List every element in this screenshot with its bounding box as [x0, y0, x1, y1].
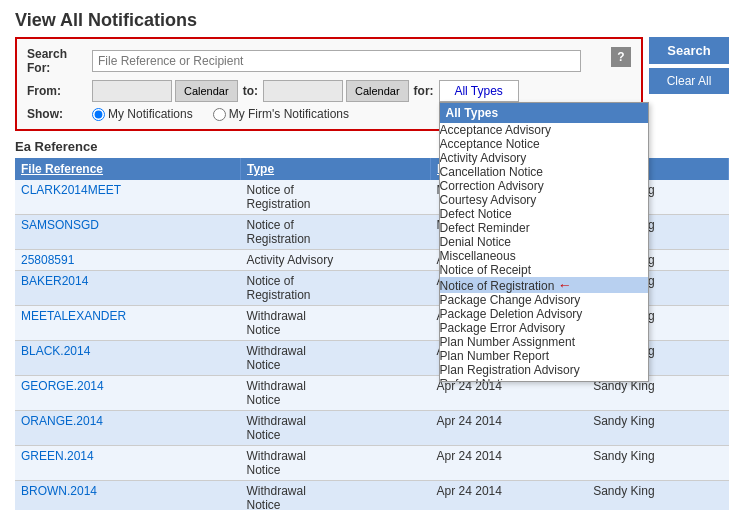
for-label: for: — [414, 84, 434, 98]
file-reference-link[interactable]: BLACK.2014 — [21, 344, 90, 358]
dd-item-plan-number-assignment[interactable]: Plan Number Assignment — [440, 335, 648, 349]
show-label: Show: — [27, 107, 92, 121]
from-label: From: — [27, 84, 92, 98]
file-reference-link[interactable]: BROWN.2014 — [21, 484, 97, 498]
cell-type: Withdrawal Notice — [241, 481, 431, 511]
dd-item-activity-advisory[interactable]: Activity Advisory — [440, 151, 648, 165]
dd-item-plan-number-report[interactable]: Plan Number Report — [440, 349, 648, 363]
dd-item-correction-advisory[interactable]: Correction Advisory — [440, 179, 648, 193]
from-calendar-button[interactable]: Calendar — [175, 80, 238, 102]
type-select-button[interactable]: All Types — [439, 80, 519, 102]
table-row: ORANGE.2014Withdrawal NoticeApr 24 2014S… — [15, 411, 729, 446]
table-row: BROWN.2014Withdrawal NoticeApr 24 2014Sa… — [15, 481, 729, 511]
to-calendar-button[interactable]: Calendar — [346, 80, 409, 102]
dd-item-package-change-advisory[interactable]: Package Change Advisory — [440, 293, 648, 307]
file-reference-link[interactable]: CLARK2014MEET — [21, 183, 121, 197]
page-title: View All Notifications — [0, 0, 744, 37]
cell-file-ref: MEETALEXANDER — [15, 306, 241, 341]
to-label: to: — [243, 84, 258, 98]
cell-file-ref: BLACK.2014 — [15, 341, 241, 376]
help-button[interactable]: ? — [611, 47, 631, 67]
dd-item-package-error-advisory[interactable]: Package Error Advisory — [440, 321, 648, 335]
cell-type: Notice of Registration — [241, 180, 431, 215]
clear-all-button[interactable]: Clear All — [649, 68, 729, 94]
dd-item-defect-reminder[interactable]: Defect Reminder — [440, 221, 648, 235]
cell-type: Withdrawal Notice — [241, 341, 431, 376]
file-reference-sort-link[interactable]: File Reference — [21, 162, 103, 176]
cell-type: Withdrawal Notice — [241, 411, 431, 446]
dd-item-acceptance-notice[interactable]: Acceptance Notice — [440, 137, 648, 151]
file-reference-link[interactable]: ORANGE.2014 — [21, 414, 103, 428]
from-date-input[interactable] — [92, 80, 172, 102]
cell-type: Withdrawal Notice — [241, 306, 431, 341]
search-button[interactable]: Search — [649, 37, 729, 64]
file-reference-link[interactable]: SAMSONSGD — [21, 218, 99, 232]
file-reference-link[interactable]: 25808591 — [21, 253, 74, 267]
firm-notifications-radio[interactable]: My Firm's Notifications — [213, 107, 349, 121]
firm-notifications-label: My Firm's Notifications — [229, 107, 349, 121]
to-date-input[interactable] — [263, 80, 343, 102]
cell-date: Apr 24 2014 — [431, 411, 588, 446]
dd-item-defect-notice[interactable]: Defect Notice — [440, 207, 648, 221]
file-reference-link[interactable]: GEORGE.2014 — [21, 379, 104, 393]
type-dropdown[interactable]: All Types Acceptance Advisory Acceptance… — [439, 102, 649, 382]
search-input[interactable] — [92, 50, 581, 72]
my-notifications-label: My Notifications — [108, 107, 193, 121]
cell-file-ref: 25808591 — [15, 250, 241, 271]
dd-item-plan-registration-advisory[interactable]: Plan Registration Advisory — [440, 363, 648, 377]
cell-type: Activity Advisory — [241, 250, 431, 271]
cell-file-ref: BROWN.2014 — [15, 481, 241, 511]
cell-type: Withdrawal Notice — [241, 446, 431, 481]
cell-file-ref: GEORGE.2014 — [15, 376, 241, 411]
dd-item-cancellation-notice[interactable]: Cancellation Notice — [440, 165, 648, 179]
cell-date: Apr 24 2014 — [431, 481, 588, 511]
cell-file-ref: GREEN.2014 — [15, 446, 241, 481]
col-file-reference[interactable]: File Reference — [15, 158, 241, 180]
dd-item-refund-notice[interactable]: Refund Notice — [440, 377, 648, 382]
dd-item-courtesy-advisory[interactable]: Courtesy Advisory — [440, 193, 648, 207]
dd-item-denial-notice[interactable]: Denial Notice — [440, 235, 648, 249]
cell-recipient: Sandy King — [587, 446, 728, 481]
dd-item-notice-of-receipt[interactable]: Notice of Receipt — [440, 263, 648, 277]
cell-file-ref: ORANGE.2014 — [15, 411, 241, 446]
cell-date: Apr 24 2014 — [431, 446, 588, 481]
cell-file-ref: BAKER2014 — [15, 271, 241, 306]
cell-type: Withdrawal Notice — [241, 376, 431, 411]
col-type[interactable]: Type — [241, 158, 431, 180]
dd-item-acceptance-advisory[interactable]: Acceptance Advisory — [440, 123, 648, 137]
table-row: GREEN.2014Withdrawal NoticeApr 24 2014Sa… — [15, 446, 729, 481]
cell-type: Notice of Registration — [241, 215, 431, 250]
cell-file-ref: CLARK2014MEET — [15, 180, 241, 215]
file-reference-link[interactable]: MEETALEXANDER — [21, 309, 126, 323]
cell-file-ref: SAMSONSGD — [15, 215, 241, 250]
cell-type: Notice of Registration — [241, 271, 431, 306]
my-notifications-radio[interactable]: My Notifications — [92, 107, 193, 121]
cell-recipient: Sandy King — [587, 481, 728, 511]
dd-item-all-types[interactable]: All Types — [440, 103, 648, 123]
dd-item-package-deletion-advisory[interactable]: Package Deletion Advisory — [440, 307, 648, 321]
dd-item-miscellaneous[interactable]: Miscellaneous — [440, 249, 648, 263]
file-reference-link[interactable]: BAKER2014 — [21, 274, 88, 288]
search-for-label: Search For: — [27, 47, 92, 75]
cell-recipient: Sandy King — [587, 411, 728, 446]
type-sort-link[interactable]: Type — [247, 162, 274, 176]
file-reference-link[interactable]: GREEN.2014 — [21, 449, 94, 463]
dd-item-notice-of-registration[interactable]: Notice of Registration ← — [440, 277, 648, 293]
